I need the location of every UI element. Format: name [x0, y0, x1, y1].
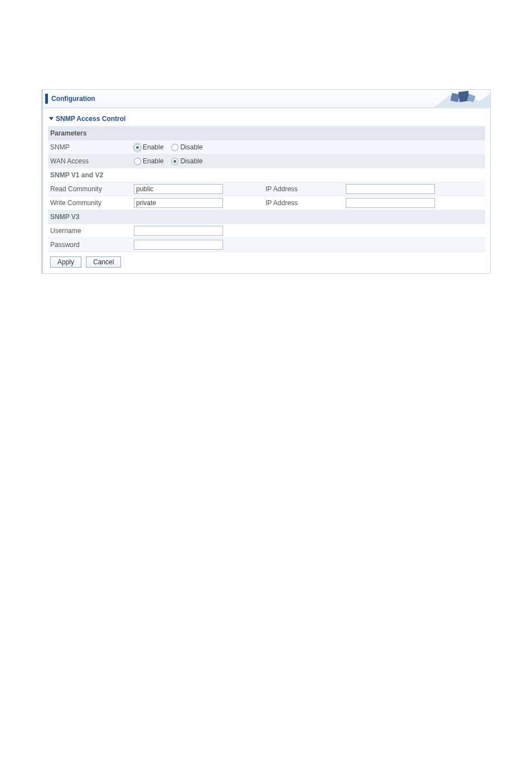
snmp-row: SNMP Enable Disable: [48, 140, 485, 154]
cancel-button[interactable]: Cancel: [86, 256, 121, 268]
button-row: Apply Cancel: [48, 251, 485, 268]
snmp-v3-header: SNMP V3: [48, 210, 485, 224]
panel-title-strip: Configuration: [45, 94, 95, 104]
section-title-text: SNMP Access Control: [56, 115, 125, 123]
wan-enable-radio[interactable]: Enable: [134, 157, 163, 165]
username-input[interactable]: [134, 226, 223, 236]
panel-content: SNMP Access Control Parameters SNMP Enab…: [43, 108, 490, 273]
wan-access-label: WAN Access: [50, 157, 134, 165]
radio-icon: [134, 158, 141, 165]
radio-icon: [134, 144, 141, 151]
snmp-v1v2-label: SNMP V1 and V2: [50, 171, 103, 179]
apply-button[interactable]: Apply: [50, 256, 81, 268]
password-input[interactable]: [134, 240, 223, 250]
config-panel: Configuration SNMP Access Control Parame…: [41, 89, 491, 274]
disable-label: Disable: [180, 157, 202, 165]
radio-icon: [171, 144, 178, 151]
username-row: Username: [48, 224, 485, 238]
write-ip-label: IP Address: [262, 199, 346, 207]
read-ip-input[interactable]: [346, 184, 435, 194]
snmp-disable-radio[interactable]: Disable: [171, 143, 202, 151]
write-ip-input[interactable]: [346, 198, 435, 208]
write-community-label: Write Community: [50, 199, 134, 207]
snmp-label: SNMP: [50, 143, 134, 151]
read-ip-label: IP Address: [262, 185, 346, 193]
panel-header: Configuration: [43, 90, 490, 108]
svg-rect-1: [451, 93, 460, 103]
password-row: Password: [48, 238, 485, 251]
read-community-row: Read Community IP Address: [48, 182, 485, 196]
password-label: Password: [50, 241, 134, 249]
snmp-enable-radio[interactable]: Enable: [134, 143, 163, 151]
read-community-input[interactable]: [134, 184, 223, 194]
parameters-header-row: Parameters: [48, 126, 485, 140]
header-decoration-icon: [434, 90, 490, 107]
enable-label: Enable: [143, 143, 163, 151]
section-title[interactable]: SNMP Access Control: [48, 113, 485, 126]
wan-access-row: WAN Access Enable Disable: [48, 154, 485, 168]
svg-rect-4: [434, 106, 490, 107]
snmp-v3-label: SNMP V3: [50, 213, 79, 221]
enable-label: Enable: [143, 157, 163, 165]
username-label: Username: [50, 227, 134, 235]
radio-icon: [171, 158, 178, 165]
chevron-down-icon: [49, 117, 54, 120]
wan-disable-radio[interactable]: Disable: [171, 157, 202, 165]
snmp-v1v2-header: SNMP V1 and V2: [48, 168, 485, 182]
title-accent-bar: [45, 94, 48, 104]
panel-title: Configuration: [51, 95, 95, 103]
parameters-label: Parameters: [50, 129, 134, 137]
disable-label: Disable: [180, 143, 202, 151]
write-community-input[interactable]: [134, 198, 223, 208]
write-community-row: Write Community IP Address: [48, 196, 485, 210]
read-community-label: Read Community: [50, 185, 134, 193]
